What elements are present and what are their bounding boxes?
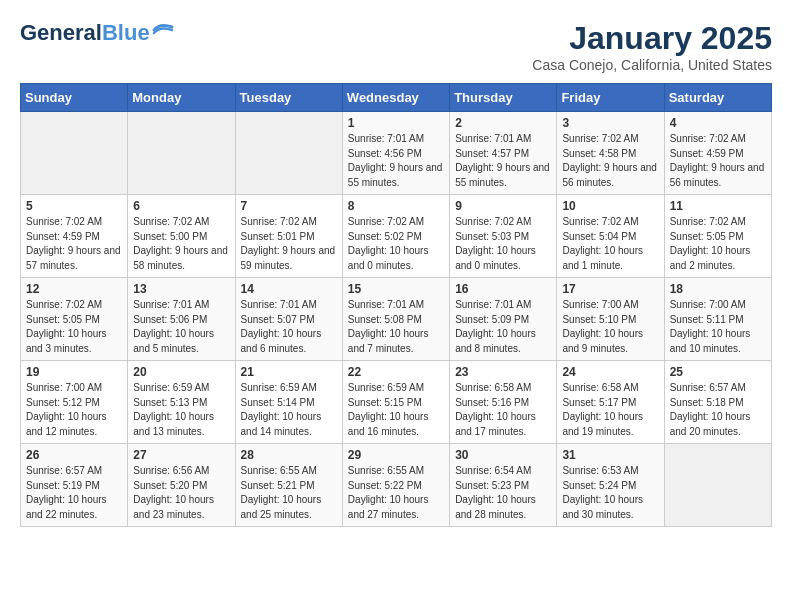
weekday-header-saturday: Saturday <box>664 84 771 112</box>
day-number: 3 <box>562 116 658 130</box>
cell-info: Sunrise: 7:02 AM Sunset: 4:59 PM Dayligh… <box>26 215 122 273</box>
cell-info: Sunrise: 6:53 AM Sunset: 5:24 PM Dayligh… <box>562 464 658 522</box>
calendar-cell <box>21 112 128 195</box>
day-number: 28 <box>241 448 337 462</box>
cell-info: Sunrise: 6:54 AM Sunset: 5:23 PM Dayligh… <box>455 464 551 522</box>
calendar-table: SundayMondayTuesdayWednesdayThursdayFrid… <box>20 83 772 527</box>
day-number: 26 <box>26 448 122 462</box>
cell-info: Sunrise: 7:01 AM Sunset: 4:57 PM Dayligh… <box>455 132 551 190</box>
calendar-cell: 4Sunrise: 7:02 AM Sunset: 4:59 PM Daylig… <box>664 112 771 195</box>
day-number: 29 <box>348 448 444 462</box>
day-number: 5 <box>26 199 122 213</box>
cell-info: Sunrise: 7:00 AM Sunset: 5:11 PM Dayligh… <box>670 298 766 356</box>
calendar-week-row: 26Sunrise: 6:57 AM Sunset: 5:19 PM Dayli… <box>21 444 772 527</box>
calendar-cell: 1Sunrise: 7:01 AM Sunset: 4:56 PM Daylig… <box>342 112 449 195</box>
calendar-week-row: 5Sunrise: 7:02 AM Sunset: 4:59 PM Daylig… <box>21 195 772 278</box>
cell-info: Sunrise: 6:57 AM Sunset: 5:19 PM Dayligh… <box>26 464 122 522</box>
day-number: 8 <box>348 199 444 213</box>
day-number: 23 <box>455 365 551 379</box>
logo-icon <box>152 21 174 39</box>
calendar-cell: 20Sunrise: 6:59 AM Sunset: 5:13 PM Dayli… <box>128 361 235 444</box>
calendar-cell: 5Sunrise: 7:02 AM Sunset: 4:59 PM Daylig… <box>21 195 128 278</box>
cell-info: Sunrise: 7:02 AM Sunset: 5:05 PM Dayligh… <box>670 215 766 273</box>
calendar-week-row: 1Sunrise: 7:01 AM Sunset: 4:56 PM Daylig… <box>21 112 772 195</box>
calendar-cell: 27Sunrise: 6:56 AM Sunset: 5:20 PM Dayli… <box>128 444 235 527</box>
day-number: 6 <box>133 199 229 213</box>
calendar-cell: 29Sunrise: 6:55 AM Sunset: 5:22 PM Dayli… <box>342 444 449 527</box>
cell-info: Sunrise: 7:00 AM Sunset: 5:10 PM Dayligh… <box>562 298 658 356</box>
weekday-header-monday: Monday <box>128 84 235 112</box>
calendar-cell: 13Sunrise: 7:01 AM Sunset: 5:06 PM Dayli… <box>128 278 235 361</box>
calendar-cell: 24Sunrise: 6:58 AM Sunset: 5:17 PM Dayli… <box>557 361 664 444</box>
calendar-cell: 18Sunrise: 7:00 AM Sunset: 5:11 PM Dayli… <box>664 278 771 361</box>
calendar-cell: 3Sunrise: 7:02 AM Sunset: 4:58 PM Daylig… <box>557 112 664 195</box>
calendar-cell: 22Sunrise: 6:59 AM Sunset: 5:15 PM Dayli… <box>342 361 449 444</box>
cell-info: Sunrise: 7:02 AM Sunset: 4:58 PM Dayligh… <box>562 132 658 190</box>
cell-info: Sunrise: 7:02 AM Sunset: 5:03 PM Dayligh… <box>455 215 551 273</box>
weekday-header-wednesday: Wednesday <box>342 84 449 112</box>
calendar-cell: 12Sunrise: 7:02 AM Sunset: 5:05 PM Dayli… <box>21 278 128 361</box>
calendar-week-row: 12Sunrise: 7:02 AM Sunset: 5:05 PM Dayli… <box>21 278 772 361</box>
cell-info: Sunrise: 7:01 AM Sunset: 5:08 PM Dayligh… <box>348 298 444 356</box>
calendar-cell <box>128 112 235 195</box>
calendar-cell: 19Sunrise: 7:00 AM Sunset: 5:12 PM Dayli… <box>21 361 128 444</box>
weekday-header-sunday: Sunday <box>21 84 128 112</box>
day-number: 24 <box>562 365 658 379</box>
cell-info: Sunrise: 6:55 AM Sunset: 5:22 PM Dayligh… <box>348 464 444 522</box>
calendar-cell: 9Sunrise: 7:02 AM Sunset: 5:03 PM Daylig… <box>450 195 557 278</box>
cell-info: Sunrise: 6:59 AM Sunset: 5:14 PM Dayligh… <box>241 381 337 439</box>
day-number: 10 <box>562 199 658 213</box>
cell-info: Sunrise: 7:00 AM Sunset: 5:12 PM Dayligh… <box>26 381 122 439</box>
day-number: 19 <box>26 365 122 379</box>
cell-info: Sunrise: 6:59 AM Sunset: 5:15 PM Dayligh… <box>348 381 444 439</box>
location-subtitle: Casa Conejo, California, United States <box>532 57 772 73</box>
day-number: 13 <box>133 282 229 296</box>
day-number: 21 <box>241 365 337 379</box>
calendar-cell: 26Sunrise: 6:57 AM Sunset: 5:19 PM Dayli… <box>21 444 128 527</box>
calendar-cell <box>235 112 342 195</box>
cell-info: Sunrise: 7:02 AM Sunset: 5:04 PM Dayligh… <box>562 215 658 273</box>
weekday-header-thursday: Thursday <box>450 84 557 112</box>
day-number: 30 <box>455 448 551 462</box>
day-number: 12 <box>26 282 122 296</box>
calendar-cell: 28Sunrise: 6:55 AM Sunset: 5:21 PM Dayli… <box>235 444 342 527</box>
logo: General Blue <box>20 20 174 46</box>
day-number: 31 <box>562 448 658 462</box>
month-title: January 2025 <box>532 20 772 57</box>
calendar-cell: 10Sunrise: 7:02 AM Sunset: 5:04 PM Dayli… <box>557 195 664 278</box>
page-header: General Blue January 2025 Casa Conejo, C… <box>20 20 772 73</box>
cell-info: Sunrise: 7:02 AM Sunset: 5:02 PM Dayligh… <box>348 215 444 273</box>
calendar-cell: 15Sunrise: 7:01 AM Sunset: 5:08 PM Dayli… <box>342 278 449 361</box>
day-number: 27 <box>133 448 229 462</box>
calendar-cell: 8Sunrise: 7:02 AM Sunset: 5:02 PM Daylig… <box>342 195 449 278</box>
calendar-cell: 17Sunrise: 7:00 AM Sunset: 5:10 PM Dayli… <box>557 278 664 361</box>
weekday-header-row: SundayMondayTuesdayWednesdayThursdayFrid… <box>21 84 772 112</box>
calendar-cell: 23Sunrise: 6:58 AM Sunset: 5:16 PM Dayli… <box>450 361 557 444</box>
calendar-cell: 7Sunrise: 7:02 AM Sunset: 5:01 PM Daylig… <box>235 195 342 278</box>
day-number: 11 <box>670 199 766 213</box>
calendar-cell: 2Sunrise: 7:01 AM Sunset: 4:57 PM Daylig… <box>450 112 557 195</box>
calendar-cell: 14Sunrise: 7:01 AM Sunset: 5:07 PM Dayli… <box>235 278 342 361</box>
day-number: 1 <box>348 116 444 130</box>
calendar-cell: 21Sunrise: 6:59 AM Sunset: 5:14 PM Dayli… <box>235 361 342 444</box>
cell-info: Sunrise: 7:01 AM Sunset: 5:06 PM Dayligh… <box>133 298 229 356</box>
logo-text-blue: Blue <box>102 20 150 46</box>
day-number: 2 <box>455 116 551 130</box>
cell-info: Sunrise: 6:55 AM Sunset: 5:21 PM Dayligh… <box>241 464 337 522</box>
cell-info: Sunrise: 6:58 AM Sunset: 5:16 PM Dayligh… <box>455 381 551 439</box>
cell-info: Sunrise: 7:01 AM Sunset: 5:07 PM Dayligh… <box>241 298 337 356</box>
day-number: 22 <box>348 365 444 379</box>
calendar-cell: 31Sunrise: 6:53 AM Sunset: 5:24 PM Dayli… <box>557 444 664 527</box>
cell-info: Sunrise: 7:02 AM Sunset: 5:00 PM Dayligh… <box>133 215 229 273</box>
calendar-cell: 11Sunrise: 7:02 AM Sunset: 5:05 PM Dayli… <box>664 195 771 278</box>
cell-info: Sunrise: 7:02 AM Sunset: 4:59 PM Dayligh… <box>670 132 766 190</box>
cell-info: Sunrise: 6:58 AM Sunset: 5:17 PM Dayligh… <box>562 381 658 439</box>
day-number: 17 <box>562 282 658 296</box>
calendar-week-row: 19Sunrise: 7:00 AM Sunset: 5:12 PM Dayli… <box>21 361 772 444</box>
day-number: 25 <box>670 365 766 379</box>
day-number: 20 <box>133 365 229 379</box>
day-number: 9 <box>455 199 551 213</box>
cell-info: Sunrise: 7:01 AM Sunset: 4:56 PM Dayligh… <box>348 132 444 190</box>
calendar-cell: 16Sunrise: 7:01 AM Sunset: 5:09 PM Dayli… <box>450 278 557 361</box>
cell-info: Sunrise: 6:56 AM Sunset: 5:20 PM Dayligh… <box>133 464 229 522</box>
